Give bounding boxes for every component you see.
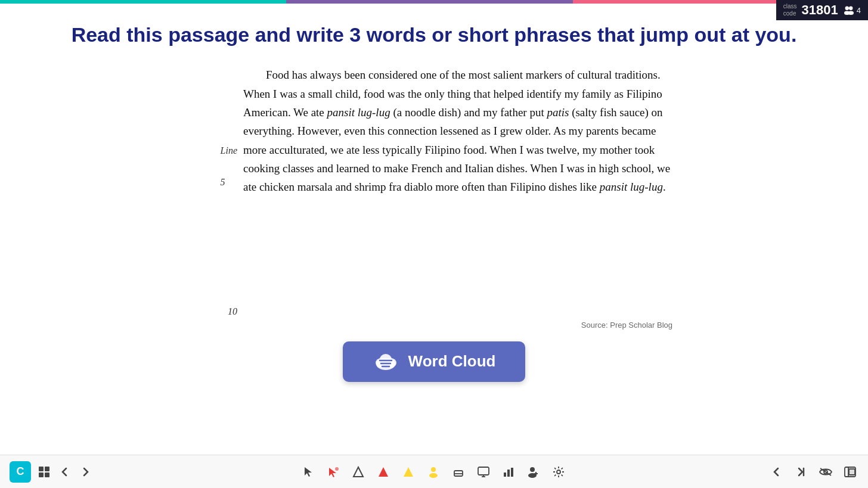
triangle-red-tool[interactable] [375,464,392,480]
hide-button[interactable] [817,465,835,479]
line-number-10: 10 [228,306,237,317]
settings-tool[interactable] [550,464,567,480]
svg-point-35 [557,470,560,474]
svg-point-2 [849,7,852,10]
person-highlight-tool[interactable] [425,464,442,480]
screen-share-tool[interactable] [475,464,492,480]
svg-point-22 [429,473,438,478]
svg-point-17 [335,467,339,471]
line-label: Line [221,143,237,158]
source-line: Source: Prep Scholar Blog [196,321,672,330]
toolbar-center [301,464,567,480]
line-numbers: Line 5 10 [196,66,243,317]
app-logo[interactable]: C [10,461,31,483]
back-button[interactable] [57,464,73,480]
passage-container: Line 5 10 Food has always been considere… [196,66,672,317]
svg-rect-25 [478,467,489,475]
svg-point-31 [530,467,535,472]
forward-button[interactable] [78,464,93,480]
svg-marker-20 [404,467,413,477]
svg-rect-14 [45,473,49,477]
word-cloud-button[interactable]: Word Cloud [343,341,526,382]
toolbar-left: C [10,461,93,483]
svg-rect-29 [507,470,510,477]
svg-rect-11 [39,467,44,471]
svg-marker-15 [305,467,312,477]
svg-rect-12 [45,467,49,471]
class-users-count: 4 [843,5,861,15]
eraser-tool[interactable] [450,464,467,480]
pointer-tool[interactable] [301,464,317,480]
svg-rect-13 [39,473,44,477]
svg-point-0 [845,7,848,10]
word-cloud-label: Word Cloud [408,352,496,371]
class-code-badge: class code 31801 4 [776,0,868,20]
bar-chart-tool[interactable] [500,464,517,480]
triangle-outline-tool[interactable] [350,464,367,480]
next-slide-button[interactable] [792,464,810,480]
grid-view-button[interactable] [36,464,52,480]
class-code-label: class code [783,3,797,17]
line-number-5: 5 [221,175,237,190]
svg-marker-18 [354,467,363,477]
svg-rect-28 [504,473,506,477]
passage-text: Food has always been considered one of t… [243,66,672,317]
svg-point-3 [848,11,854,15]
svg-point-21 [431,467,436,472]
svg-marker-19 [379,467,388,477]
main-content: Read this passage and write 3 words or s… [0,4,868,452]
toolbar-right [769,464,858,480]
class-code-number: 31801 [802,2,838,18]
prev-slide-button[interactable] [769,464,785,480]
bottom-toolbar: C [0,455,868,488]
expand-button[interactable] [842,464,858,480]
triangle-yellow-tool[interactable] [400,464,417,480]
page-title: Read this passage and write 3 words or s… [72,21,797,48]
person-add-tool[interactable] [525,464,542,480]
svg-rect-41 [849,469,855,475]
word-cloud-icon [373,351,399,372]
svg-rect-30 [511,468,513,477]
laser-pointer-tool[interactable] [325,464,342,480]
